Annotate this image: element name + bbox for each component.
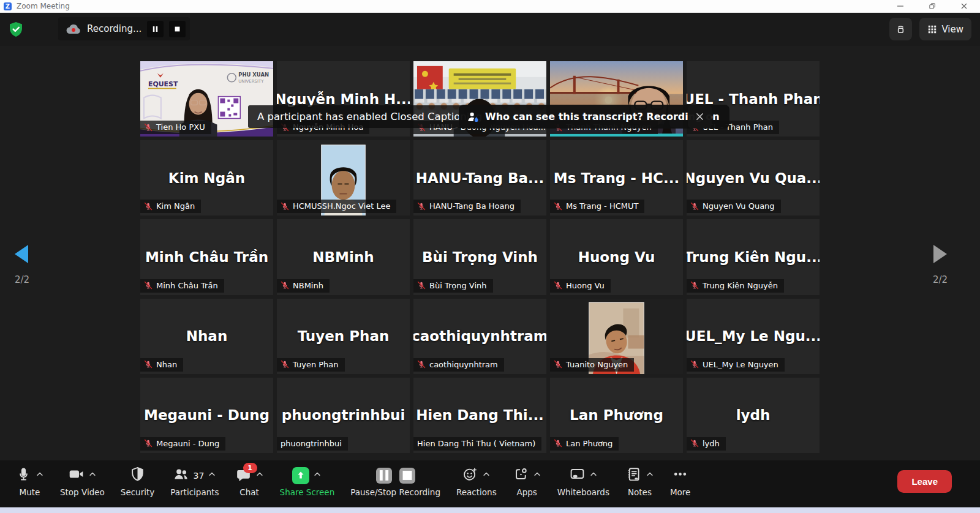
participant-name-text: NBMinh [293,281,323,290]
participant-name-text: Tuanito Nguyen [566,360,628,369]
participant-tile[interactable]: Bùi Trọng Vinh Bùi Trọng Vinh [413,219,546,294]
stop-video-label: Stop Video [60,487,105,497]
share-screen-button[interactable]: Share Screen [280,460,335,497]
participant-tile[interactable]: caothiquynhtram caothiquynhtram [413,299,546,374]
muted-mic-icon [417,360,426,369]
muted-mic-icon [144,439,153,447]
participant-name-label: UEL_My Le Nguyen [687,358,785,372]
chevron-up-icon[interactable] [208,470,216,481]
leave-button[interactable]: Leave [897,470,952,493]
participant-tile[interactable]: NBMinh NBMinh [277,219,410,294]
participant-name-label: lydh [687,437,726,451]
participant-name-label: Bùi Trọng Vinh [413,279,493,293]
smiley-icon [462,466,478,482]
chevron-up-icon[interactable] [646,470,654,481]
chevron-up-icon[interactable] [313,470,322,481]
meeting-topbar: Recording... [0,12,980,46]
participant-tile[interactable]: HANU-Tang Ba... HANU-Tang Ba Hoang [413,140,546,215]
muted-mic-icon [144,281,153,290]
more-button[interactable]: More [670,460,690,497]
apps-button[interactable]: Apps [513,460,541,497]
participant-name-text: Minh Châu Trần [156,281,218,290]
chat-unread-badge: 1 [243,463,257,473]
participant-tile[interactable]: Lan Phương Lan Phương [550,378,683,453]
minimize-button[interactable] [884,0,916,12]
participant-tile[interactable]: Tuanito Nguyen [550,299,683,374]
stop-recording-icon[interactable] [399,468,415,484]
view-button[interactable]: View [919,18,971,40]
participant-tile[interactable]: Tuyen Phan Tuyen Phan [277,299,410,374]
chevron-up-icon[interactable] [255,470,264,481]
participant-name-text: UEL_My Le Nguyen [703,360,778,369]
shield-icon [129,466,146,482]
chevron-up-icon[interactable] [482,470,491,481]
participant-tile[interactable]: Megauni - Dung Megauni - Dung [140,378,273,453]
participant-tile[interactable]: UEL_My Le Ngu... UEL_My Le Nguyen [687,299,820,374]
participant-name-text: Nhan [156,360,177,369]
participant-tile[interactable]: Nguyen Vu Qua... Nguyen Vu Quang [687,140,820,215]
prev-page-button[interactable] [15,245,28,263]
whiteboards-button[interactable]: Whiteboards [557,460,609,497]
pause-stop-recording-label: Pause/Stop Recording [350,487,440,497]
muted-mic-icon [144,123,153,132]
video-stage: EQUEST PHU XUAN UNIVERSITY Tien Ho PXUNg… [0,46,980,460]
muted-mic-icon [690,360,699,369]
pause-recording-icon[interactable] [376,468,392,484]
connected-device-button[interactable] [889,18,912,40]
mute-button[interactable]: Mute [15,460,44,497]
participant-name-label: Tuyen Phan [277,358,345,372]
muted-mic-icon [554,439,562,447]
stop-recording-button[interactable] [169,21,186,37]
participant-name-text: Lan Phương [566,439,612,448]
participant-name-label: Kim Ngân [140,200,201,213]
participant-tile[interactable]: lydh lydh [687,378,820,453]
participant-tile[interactable]: HCMUSSH.Ngoc Viet Lee [277,140,410,215]
reactions-button[interactable]: Reactions [456,460,497,497]
participant-tile[interactable]: Hien Dang Thi...Hien Dang Thi Thu ( Viet… [413,378,546,453]
participant-tile[interactable]: Trung Kiên Ngu... Trung Kiên Nguyễn [687,219,820,294]
pause-stop-recording-button[interactable]: Pause/Stop Recording [350,460,440,497]
participant-tile[interactable]: phuongtrinhbuiphuongtrinhbui [277,378,410,453]
chevron-up-icon[interactable] [36,470,44,481]
pause-recording-button[interactable] [147,21,164,37]
notes-button[interactable]: Notes [625,460,654,497]
svg-text:PHU XUAN: PHU XUAN [238,72,269,78]
chevron-up-icon[interactable] [533,470,541,481]
grid-view-icon [927,24,937,34]
muted-mic-icon [554,202,562,211]
participant-name-label: Ms Trang - HCMUT [550,200,644,213]
participant-tile[interactable]: Kim Ngân Kim Ngân [140,140,273,215]
participant-tile[interactable]: Nhan Nhan [140,299,273,374]
security-button[interactable]: Security [121,460,154,497]
apps-label: Apps [516,487,537,497]
participant-name-text: Trung Kiên Nguyễn [703,281,778,290]
chevron-up-icon[interactable] [589,470,598,481]
participant-name-text: Tuyen Phan [293,360,339,369]
participant-tile[interactable]: Huong Vu Huong Vu [550,219,683,294]
participant-tile[interactable]: Minh Châu Trần Minh Châu Trần [140,219,273,294]
page-indicator-left: 2/2 [8,274,36,285]
participant-name-label: Minh Châu Trần [140,279,224,293]
participant-name-label: Hien Dang Thi Thu ( Vietnam) [413,437,541,451]
participant-name-label: HCMUSSH.Ngoc Viet Lee [277,200,396,213]
chevron-up-icon[interactable] [88,470,97,481]
participant-name-text: Nguyen Vu Quang [703,201,775,211]
notes-label: Notes [628,487,652,497]
meeting-secure-shield-icon[interactable] [9,21,23,37]
chat-button[interactable]: 1Chat [235,460,264,497]
participants-button[interactable]: 37Participants [170,460,219,497]
stop-video-button[interactable]: Stop Video [60,460,105,497]
participant-name-label: Megauni - Dung [140,437,225,451]
next-page-button[interactable] [933,245,947,263]
toast-close-button[interactable] [688,105,712,129]
participant-name-label: Lan Phương [550,437,619,451]
participant-name-label: Trung Kiên Nguyễn [687,279,784,293]
closed-captioning-toast: A participant has enabled Closed Caption… [248,105,491,128]
more-icon [672,466,688,482]
whiteboards-label: Whiteboards [557,487,609,497]
recording-label: Recording... [87,23,141,34]
restore-button[interactable] [916,0,948,12]
participant-tile[interactable]: Ms Trang - HC... Ms Trang - HCMUT [550,140,683,215]
close-button[interactable] [948,0,980,12]
participant-name-text: Tien Ho PXU [156,122,205,132]
